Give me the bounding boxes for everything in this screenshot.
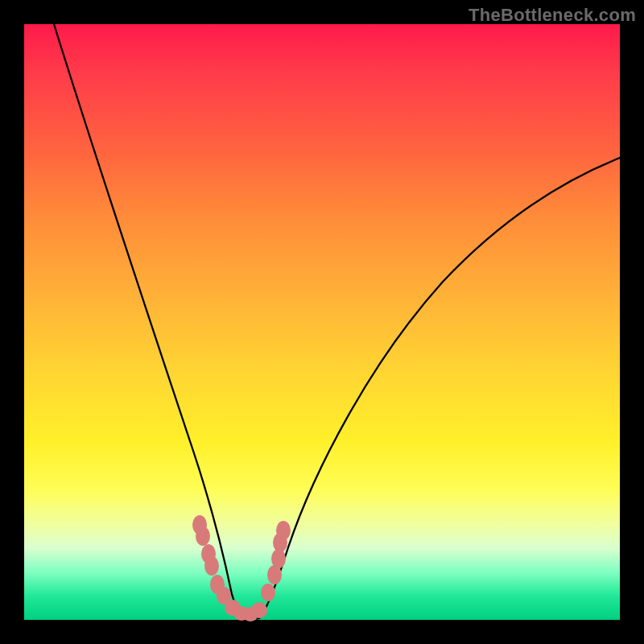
- watermark-text: TheBottleneck.com: [469, 5, 636, 26]
- right-curve: [259, 158, 620, 618]
- svg-point-9: [251, 602, 267, 618]
- svg-point-10: [261, 584, 275, 601]
- left-curve: [54, 24, 243, 617]
- threshold-markers: [192, 515, 291, 621]
- plot-area: [24, 24, 620, 620]
- chart-svg: [24, 24, 620, 620]
- chart-frame: TheBottleneck.com: [0, 0, 644, 644]
- svg-point-1: [196, 526, 210, 546]
- svg-point-3: [204, 556, 219, 576]
- svg-point-14: [276, 521, 291, 540]
